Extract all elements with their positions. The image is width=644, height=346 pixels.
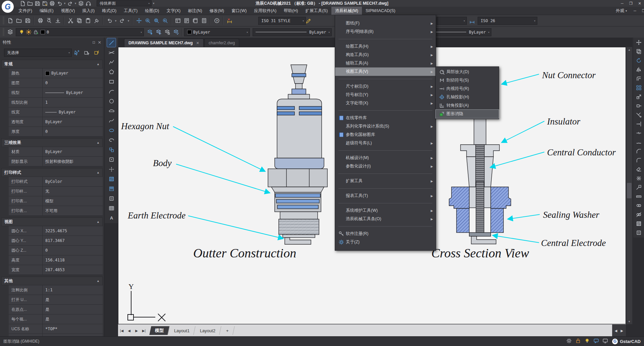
prev-tab-button[interactable]: ◀ — [125, 329, 133, 333]
submenu-item-剖切符号(S)[interactable]: 剖切符号(S) — [436, 76, 499, 85]
toolbar-grip[interactable] — [3, 28, 4, 36]
arc-tool[interactable] — [107, 87, 116, 96]
prop-value[interactable]: 3225.4675 — [43, 226, 103, 236]
mirror-tool[interactable] — [635, 65, 643, 73]
zoom-window-button[interactable] — [152, 16, 161, 25]
new-file-button[interactable] — [6, 16, 14, 25]
menu-item-构造工具(G)[interactable]: 构造工具(G)▶ — [335, 51, 436, 59]
prop-row-颜色[interactable]: 颜色ByLayer — [9, 68, 103, 78]
prop-value[interactable]: ByColor — [43, 177, 103, 186]
redo-caret[interactable]: ▾ — [126, 16, 130, 25]
menu-item-尺寸标注(D)[interactable]: 尺寸标注(D)▶ — [335, 82, 436, 91]
restore-button[interactable]: ❒ — [627, 0, 635, 6]
make-block-tool[interactable] — [107, 155, 116, 164]
rectangle-tool[interactable] — [107, 77, 116, 86]
message-icon[interactable] — [593, 338, 599, 345]
measure-tool[interactable] — [635, 192, 643, 200]
prop-value[interactable]: 0 — [43, 127, 103, 136]
app-logo-icon[interactable]: G — [2, 1, 14, 13]
layout-tab-Layout2[interactable]: Layout2 — [195, 326, 222, 335]
prop-row-打印表...[interactable]: 打印表...模型 — [9, 196, 103, 206]
section-其他[interactable]: 其他▲ — [1, 277, 103, 285]
align-tool[interactable] — [635, 183, 643, 191]
prop-row-透明度[interactable]: 透明度ByLayer — [9, 117, 103, 127]
prop-row-线宽[interactable]: 线宽ByLayer — [9, 107, 103, 117]
menu-扩展工具(S)[interactable]: 扩展工具(S) — [302, 7, 331, 15]
layout-tab-模型[interactable]: 模型 — [149, 326, 170, 335]
prop-row-材质[interactable]: 材质ByLayer — [9, 147, 103, 157]
help-button[interactable]: ? — [212, 16, 221, 25]
pickadd-toggle-button[interactable] — [72, 48, 81, 57]
prop-value[interactable]: ByLayer — [43, 117, 103, 127]
prop-row-线型[interactable]: 线型ByLayer — [9, 88, 103, 98]
settings-gear-icon[interactable] — [566, 338, 572, 345]
undo-button[interactable] — [105, 16, 114, 25]
layer-isolate-button[interactable] — [163, 28, 171, 37]
annot-style-combo[interactable]: ISO 26▾ — [478, 17, 537, 25]
redo-button[interactable] — [118, 16, 126, 25]
menu-item-关于(Z)[interactable]: 关于(Z) — [335, 238, 436, 246]
color-combo[interactable]: ByLayer ▾ — [184, 28, 250, 36]
ellipse-tool[interactable] — [107, 126, 116, 135]
prop-row-打印样...[interactable]: 打印样...无 — [9, 187, 103, 196]
revision-cloud-tool[interactable] — [107, 106, 116, 115]
prop-row-圆心 X...[interactable]: 圆心 X...3225.4675 — [9, 226, 103, 236]
menu-item-超级符号库(L)[interactable]: 超级符号库(L)▶ — [335, 139, 436, 147]
preview-button[interactable] — [45, 16, 53, 25]
menu-视图(V)[interactable]: 视图(V) — [57, 7, 79, 15]
erase-tool[interactable] — [635, 165, 643, 173]
prop-value[interactable]: 投射和接收阴影 — [43, 157, 103, 166]
menu-标注(N)[interactable]: 标注(N) — [184, 7, 206, 15]
stretch-tool[interactable] — [635, 102, 643, 110]
submenu-item-向视符号(R)[interactable]: 向视符号(R) — [436, 85, 499, 93]
prop-value[interactable]: ByLayer — [43, 68, 103, 78]
palette-close-icon[interactable]: ✕ — [98, 40, 101, 45]
menu-帮助(H)[interactable]: 帮助(H) — [280, 7, 302, 15]
menu-item-系列化零件设计系统(S)[interactable]: 系列化零件设计系统(S)▶ — [335, 122, 436, 131]
scroll-up-icon[interactable]: ▲ — [626, 47, 632, 52]
linetype-combo[interactable]: ByLayer ▾ — [253, 28, 332, 36]
match-properties-button[interactable] — [92, 16, 101, 25]
doc-minimize-button[interactable]: ─ — [631, 8, 639, 14]
doc-tab-chamfer2.dwg[interactable]: chamfer2.dwg — [204, 39, 239, 47]
open-file-button[interactable] — [14, 16, 23, 25]
circle-tool[interactable] — [107, 97, 116, 105]
quick-calc-button[interactable] — [200, 16, 208, 25]
move-tool[interactable] — [635, 38, 643, 46]
save-button[interactable] — [23, 16, 32, 25]
first-tab-button[interactable]: |◀ — [118, 329, 125, 333]
prop-value[interactable]: 156.4118 — [43, 255, 103, 265]
layer-unisolate-button[interactable] — [171, 28, 180, 37]
prop-row-线型比例[interactable]: 线型比例1 — [9, 98, 103, 107]
paste-button[interactable] — [84, 16, 92, 25]
gradient-tool[interactable] — [107, 184, 116, 193]
section-三维效果[interactable]: 三维效果▲ — [1, 138, 103, 147]
layout-tab-Layout1[interactable]: Layout1 — [168, 326, 196, 335]
dim-style-button[interactable] — [225, 16, 234, 25]
menu-修改(M)[interactable]: 修改(M) — [206, 7, 228, 15]
lock-icon[interactable] — [575, 338, 581, 345]
submenu-item-转角投影(A)[interactable]: 转角投影(A) — [436, 101, 499, 110]
menu-窗口(W)[interactable]: 窗口(W) — [228, 7, 250, 15]
section-视图[interactable]: 视图▲ — [1, 217, 103, 226]
prop-value[interactable]: ByLayer — [43, 88, 103, 97]
doc-tab-DRAWING SAMPLE MECH7.dwg[interactable]: DRAWING SAMPLE MECH7.dwg✕ — [124, 39, 204, 47]
menu-编辑(E)[interactable]: 编辑(E) — [36, 7, 57, 15]
array-tool[interactable] — [635, 84, 643, 92]
prop-value[interactable]: *TOP* — [43, 324, 103, 334]
prop-row-在原点...[interactable]: 在原点...是 — [9, 305, 103, 314]
prop-value[interactable]: 是 — [43, 295, 103, 304]
copy-tool[interactable] — [635, 47, 643, 55]
submenu-item-孔轴投影(H)[interactable]: 孔轴投影(H) — [436, 93, 499, 101]
menu-item-参数化国标图库[interactable]: 参数化国标图库 — [335, 131, 436, 139]
prop-value[interactable]: 是 — [43, 314, 103, 324]
break-tool[interactable] — [635, 129, 643, 137]
menu-item-图纸(F)[interactable]: 图纸(F)▶ — [335, 19, 436, 28]
menu-item-文字处理(X)[interactable]: 文字处理(X)▶ — [335, 99, 436, 107]
layer-properties-button[interactable] — [6, 28, 14, 37]
layer-combo[interactable]: 0 ▾ — [16, 28, 144, 36]
tab-close-icon[interactable]: ✕ — [196, 41, 199, 45]
prop-row-打印表...[interactable]: 打印表...不可用 — [9, 206, 103, 216]
extend-tool[interactable] — [635, 120, 643, 128]
menu-文字(X)[interactable]: 文字(X) — [163, 7, 184, 15]
